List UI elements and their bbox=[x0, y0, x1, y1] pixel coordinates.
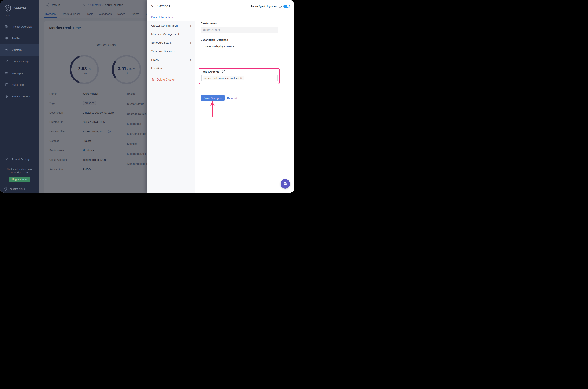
sidebar-footer-brand: spectro cloud bbox=[10, 187, 33, 190]
upgrade-now-button[interactable]: Upgrade now bbox=[9, 177, 30, 182]
layers-icon bbox=[5, 36, 8, 40]
cluster-name-input[interactable] bbox=[201, 27, 279, 33]
settings-nav-cluster-configuration[interactable]: Cluster Configuration› bbox=[147, 21, 195, 30]
chevron-right-icon: › bbox=[190, 41, 191, 44]
sidebar-item-label: Workspaces bbox=[12, 71, 27, 75]
tag-chip: service:hello-universe-frontend ✕ bbox=[203, 76, 244, 80]
app-name: palette bbox=[13, 6, 26, 10]
brand: palette bbox=[0, 0, 39, 12]
sidebar-item-workspaces[interactable]: Workspaces bbox=[0, 67, 39, 79]
form-divider bbox=[201, 92, 287, 92]
sidebar-item-label: Profiles bbox=[12, 37, 21, 40]
sidebar-item-cluster-groups[interactable]: Cluster Groups bbox=[0, 56, 39, 67]
tools-icon bbox=[5, 158, 8, 161]
delete-cluster-button[interactable]: Delete Cluster bbox=[147, 76, 195, 84]
settings-nav-location[interactable]: Location› bbox=[147, 64, 195, 72]
sidebar-nav: Project Overview Profiles Clusters Clust… bbox=[0, 21, 39, 102]
chevron-right-icon: › bbox=[190, 49, 191, 53]
cluster-name-label: Cluster name bbox=[201, 22, 217, 25]
audit-icon bbox=[5, 83, 8, 86]
sidebar-item-audit-logs[interactable]: Audit Logs bbox=[0, 79, 39, 91]
settings-nav-machine-management[interactable]: Machine Management› bbox=[147, 30, 195, 38]
sidebar-item-tenant-settings[interactable]: Tenant Settings bbox=[0, 153, 39, 165]
tag-chip-label: service:hello-universe-frontend bbox=[204, 77, 239, 80]
tags-highlight-annotation: Tags (Optional) i service:hello-universe… bbox=[198, 68, 280, 84]
chevron-right-icon: › bbox=[190, 24, 191, 28]
collapse-sidebar-icon[interactable]: ‹ bbox=[35, 187, 36, 191]
sidebar-item-label: Tenant Settings bbox=[12, 158, 30, 161]
sidebar-item-label: Project Overview bbox=[12, 25, 32, 28]
annotation-arrow-up bbox=[210, 101, 215, 117]
network-icon bbox=[5, 60, 8, 63]
sidebar-item-label: Clusters bbox=[12, 48, 22, 51]
remove-tag-icon[interactable]: ✕ bbox=[240, 77, 242, 79]
discard-button[interactable]: Discard bbox=[227, 97, 237, 99]
close-icon[interactable]: ✕ bbox=[151, 4, 156, 8]
palette-logo-icon bbox=[4, 4, 12, 12]
basic-information-form: Cluster name Description (Optional) Clus… bbox=[195, 13, 294, 193]
settings-nav-basic-information[interactable]: Basic Information› bbox=[147, 13, 195, 21]
description-textarea[interactable]: Cluster to deploy to Azure. bbox=[201, 43, 279, 65]
info-icon[interactable]: i bbox=[222, 70, 225, 73]
sidebar: palette 4.4.19 Project Overview Profiles… bbox=[0, 0, 39, 193]
tags-input[interactable]: service:hello-universe-frontend ✕ bbox=[201, 75, 278, 81]
sidebar-item-label: Project Settings bbox=[12, 95, 31, 98]
sidebar-footer: spectro cloud ‹ bbox=[0, 185, 39, 193]
settings-nav-schedule-backups[interactable]: Schedule Backups› bbox=[147, 47, 195, 55]
settings-panel: ✕ Settings Pause Agent Upgrades i Basic … bbox=[147, 0, 294, 193]
spectro-cloud-logo-icon bbox=[3, 187, 8, 191]
settings-nav-rbac[interactable]: RBAC› bbox=[147, 55, 195, 64]
sidebar-item-label: Cluster Groups bbox=[12, 60, 30, 63]
gear-icon bbox=[5, 95, 8, 98]
settings-nav-schedule-scans[interactable]: Schedule Scans› bbox=[147, 38, 195, 47]
app-window: palette 4.4.19 Project Overview Profiles… bbox=[0, 0, 294, 193]
save-changes-button[interactable]: Save Changes bbox=[201, 95, 224, 101]
chevron-right-icon: › bbox=[190, 32, 191, 36]
chevron-right-icon: › bbox=[190, 15, 191, 19]
search-icon bbox=[283, 181, 288, 186]
app-version: 4.4.19 bbox=[0, 12, 39, 17]
server-icon bbox=[5, 48, 8, 52]
info-icon[interactable]: i bbox=[279, 5, 282, 8]
pause-agent-upgrades-toggle[interactable] bbox=[283, 4, 290, 8]
sidebar-item-profiles[interactable]: Profiles bbox=[0, 32, 39, 44]
description-label: Description (Optional) bbox=[201, 38, 294, 41]
sidebar-item-label: Audit Logs bbox=[12, 83, 25, 86]
bar-chart-icon bbox=[5, 25, 8, 28]
settings-title: Settings bbox=[157, 4, 251, 8]
chevron-right-icon: › bbox=[190, 58, 191, 62]
settings-nav: Basic Information› Cluster Configuration… bbox=[147, 13, 195, 193]
upgrade-promo-text: Start small and only pay for what you us… bbox=[0, 165, 39, 174]
chevron-right-icon: › bbox=[190, 66, 191, 70]
sidebar-item-clusters[interactable]: Clusters bbox=[0, 44, 39, 56]
settings-panel-header: ✕ Settings Pause Agent Upgrades i bbox=[147, 0, 294, 13]
tags-label: Tags (Optional) bbox=[201, 70, 220, 73]
search-fab-button[interactable] bbox=[280, 179, 290, 189]
sidebar-item-project-overview[interactable]: Project Overview bbox=[0, 21, 39, 32]
orbit-icon bbox=[5, 71, 8, 75]
trash-icon bbox=[151, 78, 154, 81]
sidebar-item-project-settings[interactable]: Project Settings bbox=[0, 91, 39, 102]
pause-agent-upgrades-label: Pause Agent Upgrades bbox=[251, 5, 277, 8]
